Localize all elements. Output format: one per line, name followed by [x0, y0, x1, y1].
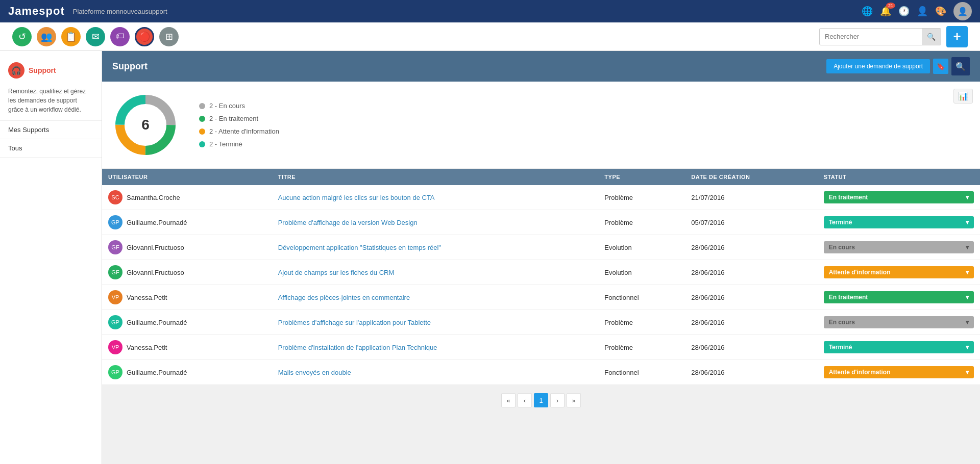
clock-icon[interactable]: 🕐 — [898, 6, 910, 17]
status-label: Terminé — [829, 344, 852, 351]
donut-chart: 6 — [112, 92, 179, 158]
cell-user: VP Vanessa.Petit — [102, 285, 272, 310]
toolbar-icons: ↺ 👥 📋 ✉ 🏷 🔴 ⊞ — [12, 27, 179, 46]
status-badge[interactable]: En traitement ▾ — [824, 291, 974, 303]
cell-user: GP Guillaume.Pournadé — [102, 360, 272, 385]
cell-date: 28/06/2016 — [685, 235, 817, 260]
status-badge[interactable]: Attente d'information ▾ — [824, 266, 974, 278]
legend-termine: 2 - Terminé — [199, 140, 279, 148]
refresh-icon[interactable]: ↺ — [12, 27, 32, 46]
status-badge[interactable]: En traitement ▾ — [824, 191, 974, 203]
cell-date: 28/06/2016 — [685, 310, 817, 335]
mail-icon[interactable]: ✉ — [86, 27, 105, 46]
users-icon[interactable]: 👥 — [37, 27, 56, 46]
ticket-title-link[interactable]: Problème d'installation de l'application… — [278, 344, 437, 351]
ticket-title-link[interactable]: Problèmes d'affichage sur l'application … — [278, 319, 431, 326]
legend-attente: 2 - Attente d'information — [199, 127, 279, 135]
page-next-button[interactable]: › — [550, 393, 565, 407]
legend-dot-green — [199, 116, 205, 122]
cell-title: Mails envoyés en double — [272, 360, 599, 385]
status-badge[interactable]: Terminé ▾ — [824, 216, 974, 228]
app-logo: Jamespot — [8, 5, 65, 18]
grid-icon[interactable]: ⊞ — [159, 27, 179, 46]
ticket-title-link[interactable]: Développement application "Statistiques … — [278, 244, 441, 251]
user-avatar[interactable]: 👤 — [953, 2, 972, 20]
toolbar-right: 🔍 + — [819, 26, 968, 47]
cell-title: Problème d'installation de l'application… — [272, 335, 599, 360]
user-avatar-1: GP — [108, 215, 122, 229]
cell-type: Evolution — [598, 260, 685, 285]
status-badge[interactable]: En cours ▾ — [824, 316, 974, 328]
tag-icon[interactable]: 🏷 — [110, 27, 130, 46]
status-label: Attente d'information — [829, 269, 891, 276]
user-avatar-4: VP — [108, 290, 122, 304]
form-icon[interactable]: 📋 — [61, 27, 81, 46]
cell-user: GP Guillaume.Pournadé — [102, 310, 272, 335]
top-nav-left: Jamespot Plateforme monnouveausupport — [8, 5, 167, 18]
user-name: Vanessa.Petit — [127, 344, 167, 351]
page-current-button[interactable]: 1 — [534, 393, 548, 407]
col-utilisateur: Utilisateur — [102, 169, 272, 185]
cell-user: SC Samantha.Croche — [102, 185, 272, 210]
user-icon[interactable]: 👤 — [917, 6, 928, 17]
table-row: SC Samantha.Croche Aucune action malgré … — [102, 185, 980, 210]
page-last-button[interactable]: » — [567, 393, 581, 407]
cell-type: Fonctionnel — [598, 360, 685, 385]
cell-type: Evolution — [598, 235, 685, 260]
search-input[interactable] — [820, 33, 922, 40]
user-name: Guillaume.Pournadé — [127, 369, 187, 376]
legend-label-termine: 2 - Terminé — [209, 140, 242, 148]
status-label: En traitement — [829, 294, 868, 301]
legend-label-attente: 2 - Attente d'information — [209, 127, 279, 135]
user-name: Guillaume.Pournadé — [127, 319, 187, 326]
add-button[interactable]: + — [946, 26, 968, 47]
status-badge[interactable]: Terminé ▾ — [824, 341, 974, 353]
cell-type: Fonctionnel — [598, 285, 685, 310]
cell-date: 28/06/2016 — [685, 335, 817, 360]
notifications-icon[interactable]: 🔔 21 — [880, 6, 891, 17]
palette-icon[interactable]: 🎨 — [935, 6, 946, 17]
legend-dot-gray — [199, 103, 205, 109]
sidebar: 🎧 Support Remontez, qualifiez et gérez l… — [0, 51, 102, 464]
support-icon[interactable]: 🔴 — [135, 27, 154, 46]
status-chevron-icon: ▾ — [966, 269, 969, 276]
cell-status: Attente d'information ▾ — [818, 260, 980, 285]
ticket-title-link[interactable]: Ajout de champs sur les fiches du CRM — [278, 269, 395, 276]
ticket-title-link[interactable]: Affichage des pièces-jointes en commenta… — [278, 294, 410, 301]
table-row: GF Giovanni.Fructuoso Développement appl… — [102, 235, 980, 260]
legend-label-en-traitement: 2 - En traitement — [209, 115, 258, 122]
cell-date: 28/06/2016 — [685, 360, 817, 385]
table-row: GF Giovanni.Fructuoso Ajout de champs su… — [102, 260, 980, 285]
chart-export-button[interactable]: 📊 — [953, 89, 973, 104]
cell-date: 28/06/2016 — [685, 260, 817, 285]
user-name: Vanessa.Petit — [127, 294, 167, 301]
ticket-title-link[interactable]: Mails envoyés en double — [278, 369, 351, 376]
status-badge[interactable]: En cours ▾ — [824, 241, 974, 253]
ticket-title-link[interactable]: Aucune action malgré les clics sur les b… — [278, 194, 435, 201]
user-avatar-3: GF — [108, 265, 122, 279]
globe-icon[interactable]: 🌐 — [862, 6, 873, 17]
ticket-title-link[interactable]: Problème d'affichage de la version Web D… — [278, 219, 418, 226]
status-label: En cours — [829, 319, 855, 326]
content-header-actions: Ajouter une demande de support 🔖 🔍 — [826, 57, 970, 75]
sidebar-title: Support — [29, 66, 56, 74]
cell-status: En cours ▾ — [818, 310, 980, 335]
user-name: Giovanni.Fructuoso — [127, 244, 184, 251]
add-support-button[interactable]: Ajouter une demande de support — [826, 59, 930, 73]
table-row: GP Guillaume.Pournadé Mails envoyés en d… — [102, 360, 980, 385]
page-prev-button[interactable]: ‹ — [518, 393, 532, 407]
search-button[interactable]: 🔍 — [922, 28, 941, 45]
bookmark-button[interactable]: 🔖 — [933, 59, 948, 74]
legend-label-en-cours: 2 - En cours — [209, 102, 245, 110]
sidebar-item-mes-supports[interactable]: Mes Supports — [0, 121, 102, 139]
chart-legend: 2 - En cours 2 - En traitement 2 - Atten… — [199, 102, 279, 148]
user-avatar-0: SC — [108, 190, 122, 204]
status-badge[interactable]: Attente d'information ▾ — [824, 366, 974, 378]
top-nav-right: 🌐 🔔 21 🕐 👤 🎨 👤 — [862, 2, 972, 20]
col-date: Date de création — [685, 169, 817, 185]
search-content-button[interactable]: 🔍 — [951, 57, 970, 75]
sidebar-item-tous[interactable]: Tous — [0, 139, 102, 158]
cell-user: GF Giovanni.Fructuoso — [102, 235, 272, 260]
page-first-button[interactable]: « — [501, 393, 516, 407]
cell-status: En traitement ▾ — [818, 285, 980, 310]
